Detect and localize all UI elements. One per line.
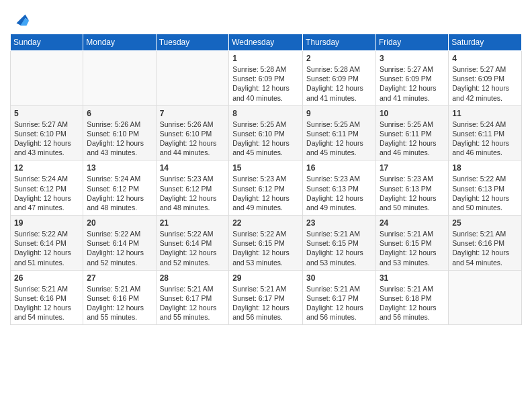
calendar-week-2: 5Sunrise: 5:27 AM Sunset: 6:10 PM Daylig…: [11, 105, 522, 161]
calendar-cell: 25Sunrise: 5:21 AM Sunset: 6:16 PM Dayli…: [449, 216, 522, 271]
day-info: Sunrise: 5:21 AM Sunset: 6:16 PM Dayligh…: [87, 284, 152, 322]
day-info: Sunrise: 5:23 AM Sunset: 6:13 PM Dayligh…: [306, 174, 372, 212]
day-number: 21: [160, 218, 226, 228]
calendar-cell: 5Sunrise: 5:27 AM Sunset: 6:10 PM Daylig…: [11, 105, 83, 161]
day-number: 14: [160, 163, 226, 173]
calendar-cell: 23Sunrise: 5:21 AM Sunset: 6:15 PM Dayli…: [303, 216, 376, 271]
calendar-cell: 30Sunrise: 5:21 AM Sunset: 6:17 PM Dayli…: [303, 270, 376, 325]
calendar-cell: 31Sunrise: 5:21 AM Sunset: 6:18 PM Dayli…: [375, 270, 448, 325]
logo-icon: [11, 9, 30, 28]
calendar-cell: [156, 51, 229, 106]
calendar-week-4: 19Sunrise: 5:22 AM Sunset: 6:14 PM Dayli…: [11, 216, 522, 271]
day-info: Sunrise: 5:27 AM Sunset: 6:09 PM Dayligh…: [380, 64, 445, 103]
calendar-cell: 16Sunrise: 5:23 AM Sunset: 6:13 PM Dayli…: [303, 161, 376, 216]
day-number: 8: [232, 109, 299, 118]
day-header-thursday: Thursday: [303, 34, 376, 51]
day-info: Sunrise: 5:23 AM Sunset: 6:12 PM Dayligh…: [160, 174, 226, 212]
day-number: 12: [14, 163, 79, 173]
calendar-cell: 3Sunrise: 5:27 AM Sunset: 6:09 PM Daylig…: [375, 51, 448, 106]
day-info: Sunrise: 5:23 AM Sunset: 6:12 PM Dayligh…: [232, 174, 299, 212]
calendar-week-1: 1Sunrise: 5:28 AM Sunset: 6:09 PM Daylig…: [11, 51, 522, 106]
calendar-cell: 19Sunrise: 5:22 AM Sunset: 6:14 PM Dayli…: [11, 216, 83, 271]
calendar-cell: 10Sunrise: 5:25 AM Sunset: 6:11 PM Dayli…: [375, 105, 448, 161]
day-number: 13: [87, 163, 152, 173]
calendar-cell: 12Sunrise: 5:24 AM Sunset: 6:12 PM Dayli…: [11, 161, 83, 216]
day-info: Sunrise: 5:22 AM Sunset: 6:14 PM Dayligh…: [160, 229, 226, 267]
day-info: Sunrise: 5:28 AM Sunset: 6:09 PM Dayligh…: [232, 64, 299, 103]
day-info: Sunrise: 5:21 AM Sunset: 6:17 PM Dayligh…: [232, 284, 299, 322]
day-number: 25: [452, 218, 518, 228]
calendar-cell: [83, 51, 156, 106]
day-number: 16: [306, 163, 372, 173]
calendar-cell: 27Sunrise: 5:21 AM Sunset: 6:16 PM Dayli…: [83, 270, 156, 325]
calendar-cell: 22Sunrise: 5:22 AM Sunset: 6:15 PM Dayli…: [229, 216, 303, 271]
logo: [10, 9, 30, 28]
day-info: Sunrise: 5:22 AM Sunset: 6:14 PM Dayligh…: [87, 229, 152, 267]
calendar-cell: 8Sunrise: 5:25 AM Sunset: 6:10 PM Daylig…: [229, 105, 303, 161]
day-number: 29: [232, 273, 299, 283]
day-number: 20: [87, 218, 152, 228]
day-number: 19: [14, 218, 79, 228]
day-info: Sunrise: 5:21 AM Sunset: 6:18 PM Dayligh…: [380, 284, 445, 322]
day-info: Sunrise: 5:24 AM Sunset: 6:11 PM Dayligh…: [452, 120, 518, 158]
day-info: Sunrise: 5:26 AM Sunset: 6:10 PM Dayligh…: [87, 120, 152, 158]
day-info: Sunrise: 5:28 AM Sunset: 6:09 PM Dayligh…: [306, 64, 372, 103]
day-header-wednesday: Wednesday: [229, 34, 303, 51]
day-number: 31: [380, 273, 445, 283]
day-number: 26: [14, 273, 79, 283]
calendar-cell: [11, 51, 83, 106]
day-header-friday: Friday: [375, 34, 448, 51]
day-info: Sunrise: 5:22 AM Sunset: 6:14 PM Dayligh…: [14, 229, 79, 267]
day-info: Sunrise: 5:21 AM Sunset: 6:15 PM Dayligh…: [306, 229, 372, 267]
calendar-cell: 18Sunrise: 5:22 AM Sunset: 6:13 PM Dayli…: [449, 161, 522, 216]
day-number: 23: [306, 218, 372, 228]
day-number: 15: [232, 163, 299, 173]
day-number: 10: [380, 109, 445, 118]
day-info: Sunrise: 5:24 AM Sunset: 6:12 PM Dayligh…: [14, 174, 79, 212]
calendar-cell: 1Sunrise: 5:28 AM Sunset: 6:09 PM Daylig…: [229, 51, 303, 106]
day-number: 11: [452, 109, 518, 118]
day-number: 4: [452, 54, 518, 63]
day-number: 17: [380, 163, 445, 173]
calendar-cell: 29Sunrise: 5:21 AM Sunset: 6:17 PM Dayli…: [229, 270, 303, 325]
day-number: 28: [160, 273, 226, 283]
day-number: 27: [87, 273, 152, 283]
day-number: 18: [452, 163, 518, 173]
day-number: 3: [380, 54, 445, 63]
day-number: 9: [306, 109, 372, 118]
page-header: [10, 7, 522, 28]
calendar-cell: 9Sunrise: 5:25 AM Sunset: 6:11 PM Daylig…: [303, 105, 376, 161]
day-number: 7: [160, 109, 226, 118]
day-info: Sunrise: 5:21 AM Sunset: 6:16 PM Dayligh…: [452, 229, 518, 267]
day-number: 22: [232, 218, 299, 228]
day-number: 2: [306, 54, 372, 63]
day-number: 6: [87, 109, 152, 118]
calendar-cell: 24Sunrise: 5:21 AM Sunset: 6:15 PM Dayli…: [375, 216, 448, 271]
day-number: 5: [14, 109, 79, 118]
day-header-tuesday: Tuesday: [156, 34, 229, 51]
day-info: Sunrise: 5:25 AM Sunset: 6:11 PM Dayligh…: [306, 120, 372, 158]
calendar-cell: 11Sunrise: 5:24 AM Sunset: 6:11 PM Dayli…: [449, 105, 522, 161]
day-info: Sunrise: 5:22 AM Sunset: 6:13 PM Dayligh…: [452, 174, 518, 212]
calendar-cell: 28Sunrise: 5:21 AM Sunset: 6:17 PM Dayli…: [156, 270, 229, 325]
calendar-cell: 14Sunrise: 5:23 AM Sunset: 6:12 PM Dayli…: [156, 161, 229, 216]
day-info: Sunrise: 5:23 AM Sunset: 6:13 PM Dayligh…: [380, 174, 445, 212]
day-info: Sunrise: 5:25 AM Sunset: 6:11 PM Dayligh…: [380, 120, 445, 158]
calendar-cell: 17Sunrise: 5:23 AM Sunset: 6:13 PM Dayli…: [375, 161, 448, 216]
day-info: Sunrise: 5:27 AM Sunset: 6:10 PM Dayligh…: [14, 120, 79, 158]
calendar-cell: 2Sunrise: 5:28 AM Sunset: 6:09 PM Daylig…: [303, 51, 376, 106]
day-info: Sunrise: 5:24 AM Sunset: 6:12 PM Dayligh…: [87, 174, 152, 212]
day-info: Sunrise: 5:21 AM Sunset: 6:15 PM Dayligh…: [380, 229, 445, 267]
calendar-cell: [449, 270, 522, 325]
calendar-cell: 15Sunrise: 5:23 AM Sunset: 6:12 PM Dayli…: [229, 161, 303, 216]
day-info: Sunrise: 5:26 AM Sunset: 6:10 PM Dayligh…: [160, 120, 226, 158]
day-info: Sunrise: 5:27 AM Sunset: 6:09 PM Dayligh…: [452, 64, 518, 103]
day-info: Sunrise: 5:21 AM Sunset: 6:16 PM Dayligh…: [14, 284, 79, 322]
day-number: 24: [380, 218, 445, 228]
calendar-cell: 26Sunrise: 5:21 AM Sunset: 6:16 PM Dayli…: [11, 270, 83, 325]
calendar-cell: 7Sunrise: 5:26 AM Sunset: 6:10 PM Daylig…: [156, 105, 229, 161]
calendar-week-5: 26Sunrise: 5:21 AM Sunset: 6:16 PM Dayli…: [11, 270, 522, 325]
day-number: 30: [306, 273, 372, 283]
calendar-cell: 4Sunrise: 5:27 AM Sunset: 6:09 PM Daylig…: [449, 51, 522, 106]
day-number: 1: [232, 54, 299, 63]
